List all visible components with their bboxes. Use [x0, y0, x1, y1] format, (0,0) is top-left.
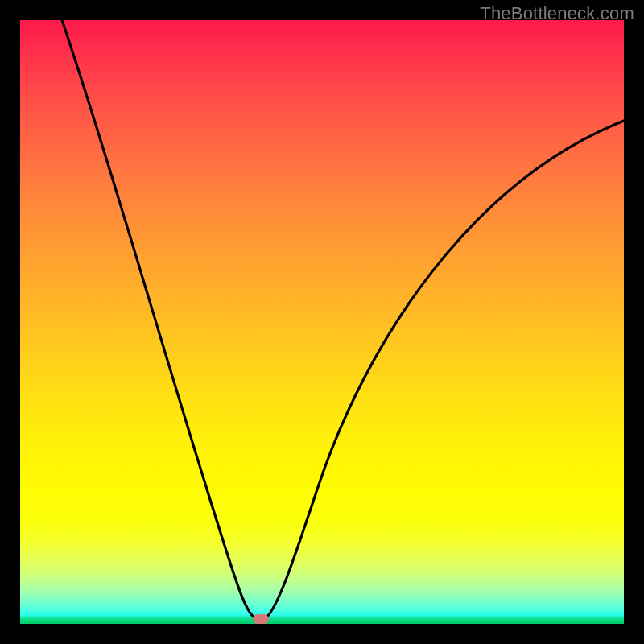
chart-plot-area — [20, 20, 624, 624]
gradient-background — [20, 20, 624, 624]
optimal-marker — [253, 614, 269, 624]
